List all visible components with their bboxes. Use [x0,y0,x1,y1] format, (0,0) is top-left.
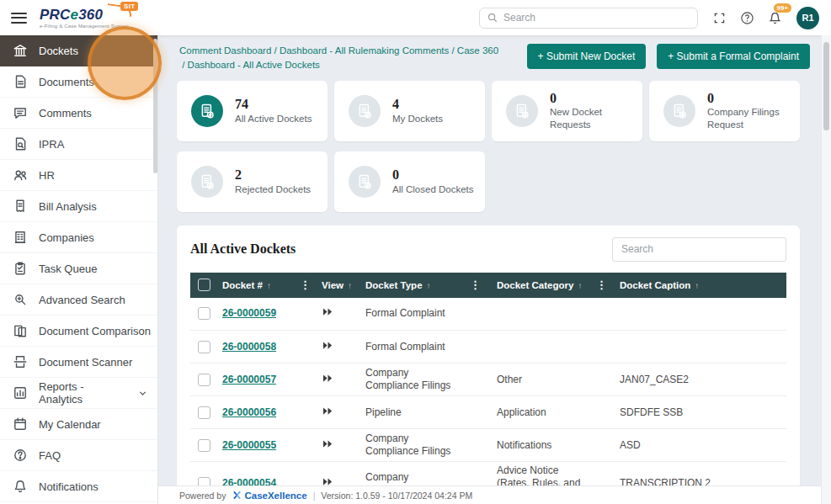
view-cell [318,331,362,363]
sidebar-item-label: Companies [39,231,94,244]
stat-label: All Closed Dockets [392,183,474,195]
column-menu-icon[interactable]: ⋮ [296,273,318,298]
table-row: 26-0000058Formal Complaint [190,331,786,363]
docket-link[interactable]: 26-0000057 [222,374,276,385]
sort-arrow-icon[interactable]: ↑ [267,281,271,290]
breadcrumb-link[interactable]: Dashboard - All Active Dockets [188,60,320,70]
submit-new-docket-button[interactable]: + Submit New Docket [527,44,647,69]
table-row: 26-0000055Company Compliance FilingsNoti… [190,429,786,462]
row-checkbox[interactable] [198,406,210,419]
global-search[interactable] [479,8,698,29]
sidebar-item-notifications[interactable]: Notifications [0,471,157,502]
main-content: Comment Dashboard / Dashboard - All Rule… [158,35,821,504]
docket-category-cell: Application [493,396,593,429]
column-header-docket-category[interactable]: Docket Category↑ [493,273,593,298]
stat-text: 4My Dockets [392,97,443,125]
sidebar-scrollbar-thumb[interactable] [153,39,157,173]
docket-link[interactable]: 26-0000055 [222,439,276,451]
docket-file-icon [191,95,223,127]
spacer-cell [593,396,616,429]
sidebar-item-label: IPRA [39,138,64,151]
sidebar-item-comments[interactable]: Comments [0,98,157,129]
sort-arrow-icon[interactable]: ↑ [578,281,582,290]
user-avatar[interactable]: R1 [796,7,819,29]
footer-divider: | [313,491,316,501]
panel-title: All Active Dockets [190,241,296,257]
sidebar-item-bill-analysis[interactable]: Bill Analysis [0,191,157,222]
sidebar-item-faq[interactable]: FAQ [0,440,157,471]
row-checkbox[interactable] [198,307,210,320]
hamburger-menu-button[interactable] [11,13,27,24]
sidebar-item-hr[interactable]: HR [0,160,157,191]
notifications-bell-icon[interactable]: 99+ [767,10,782,25]
spacer-cell [296,331,318,363]
sidebar-item-task-queue[interactable]: Task Queue [0,253,157,284]
sidebar-item-document-scanner[interactable]: Document Scanner [0,347,157,378]
sidebar-item-my-calendar[interactable]: My Calendar [0,409,157,440]
stat-card-company-filings-request: 0Company Filings Request [649,81,800,141]
sort-arrow-icon[interactable]: ↑ [427,281,431,290]
view-docket-icon[interactable] [322,439,334,448]
panel-header: All Active Dockets [190,237,786,262]
spacer-cell [593,331,616,363]
docket-link[interactable]: 26-0000056 [222,406,276,418]
help-icon[interactable] [739,10,754,25]
sort-arrow-icon[interactable]: ↑ [695,281,699,290]
stat-value: 0 [392,167,474,183]
select-all-checkbox[interactable] [198,279,210,291]
row-checkbox[interactable] [198,374,210,386]
sidebar-item-documents[interactable]: Documents [0,66,157,98]
stat-value: 0 [550,91,631,106]
stat-label: Rejected Dockets [235,183,311,195]
header-icons: 99+ R1 [711,7,831,29]
table-search-input[interactable] [612,237,786,262]
column-header-view[interactable]: View↑ [318,273,362,298]
stat-value: 74 [235,97,312,112]
page-scrollbar-thumb[interactable] [823,42,829,130]
docket-caption-cell: JAN07_CASE2 [616,363,786,396]
view-docket-icon[interactable] [322,307,334,316]
docket-type-cell: Pipeline [362,396,466,429]
sidebar-item-reports-analytics[interactable]: Reports - Analytics [0,378,157,409]
docket-category-cell [493,331,593,363]
sidebar-item-dockets[interactable]: Dockets [0,35,157,66]
row-select-cell [190,331,219,363]
document-icon [13,74,28,89]
app-logo[interactable]: PRCe360 e-Filing & Case Management Syste… [40,8,129,29]
row-checkbox[interactable] [198,439,210,452]
column-label: Docket Type [365,280,423,290]
global-search-input[interactable] [503,12,690,24]
column-header-docket-type[interactable]: Docket Type↑ [362,273,466,298]
column-header-docket[interactable]: Docket #↑ [219,273,296,298]
dockets-table: Docket #↑⋮View↑Docket Type↑⋮Docket Categ… [190,273,786,504]
breadcrumb-link[interactable]: Dashboard - All Rulemaking Comments [280,45,449,56]
row-checkbox[interactable] [198,341,210,353]
sort-arrow-icon[interactable]: ↑ [348,281,352,290]
breadcrumb-link[interactable]: Case 360 [457,45,498,56]
view-docket-icon[interactable] [322,341,334,350]
stat-text: 0Company Filings Request [707,91,789,130]
spacer-cell [296,363,318,396]
fullscreen-icon[interactable] [711,10,727,25]
view-docket-icon[interactable] [322,406,334,416]
docket-link[interactable]: 26-0000058 [222,341,276,353]
action-buttons: + Submit New Docket + Submit a Formal Co… [527,44,810,69]
docket-link[interactable]: 26-0000059 [222,307,276,319]
breadcrumb-link[interactable]: Comment Dashboard [179,45,271,56]
column-menu-icon[interactable]: ⋮ [593,273,616,298]
column-header-docket-caption[interactable]: Docket Caption↑ [616,273,786,298]
column-menu-icon[interactable]: ⋮ [466,273,493,298]
brand-link[interactable]: CaseXellence [232,490,306,501]
faq-icon [13,448,28,463]
sidebar-item-ipra[interactable]: IPRA [0,129,157,160]
sidebar-item-label: Notifications [39,480,99,493]
sidebar-item-companies[interactable]: Companies [0,222,157,253]
view-cell [318,396,362,429]
docket-category-cell [493,298,593,331]
docket-number-cell: 26-0000059 [219,298,296,331]
stat-text: 0New Docket Requests [550,91,631,130]
sidebar-item-advanced-search[interactable]: Advanced Search [0,284,157,316]
view-docket-icon[interactable] [322,374,334,383]
sidebar-item-document-comparison[interactable]: Document Comparison [0,316,157,347]
submit-formal-complaint-button[interactable]: + Submit a Formal Complaint [657,44,810,69]
